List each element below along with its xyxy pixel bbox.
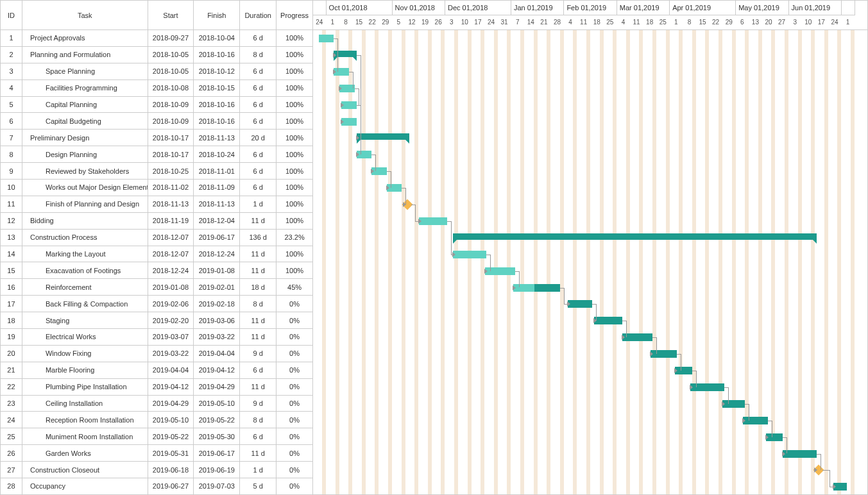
cell-start: 2019-04-12 xyxy=(148,379,194,395)
task-bar[interactable] xyxy=(568,300,592,308)
task-bar[interactable] xyxy=(690,383,724,391)
cell-progress: 0% xyxy=(277,396,312,412)
day-label: 7 xyxy=(511,15,525,30)
table-row[interactable]: 4Facilities Programming2018-10-082018-10… xyxy=(1,80,312,97)
day-label: 29 xyxy=(722,15,736,30)
cell-progress: 23.2% xyxy=(277,230,312,246)
cell-id: 14 xyxy=(1,246,22,262)
task-bar[interactable] xyxy=(341,101,357,109)
chart-body[interactable] xyxy=(313,30,867,494)
table-row[interactable]: 19Electrical Works2019-03-072019-03-2211… xyxy=(1,329,312,346)
cell-finish: 2018-11-13 xyxy=(194,130,240,146)
table-row[interactable]: 16Reinforcement2019-01-082019-02-0118 d4… xyxy=(1,279,312,296)
table-row[interactable]: 3Space Planning2018-10-052018-10-126 d10… xyxy=(1,63,312,80)
gantt-row xyxy=(313,230,867,246)
table-row[interactable]: 15Exacavation of Footings2018-12-242019-… xyxy=(1,262,312,279)
cell-progress: 0% xyxy=(277,346,312,362)
table-row[interactable]: 7Preliminary Design2018-10-172018-11-132… xyxy=(1,130,312,146)
table-row[interactable]: 6Capital Budgeting2018-10-092018-10-166 … xyxy=(1,113,312,130)
cell-progress: 100% xyxy=(277,63,312,80)
cell-duration: 11 d xyxy=(240,262,277,278)
task-bar[interactable] xyxy=(341,118,357,126)
table-row[interactable]: 21Marble Flooring2019-04-042019-04-126 d… xyxy=(1,362,312,379)
cell-duration: 6 d xyxy=(240,80,277,96)
cell-finish: 2018-11-09 xyxy=(194,180,240,196)
table-row[interactable]: 1Project Approvals2018-09-272018-10-046 … xyxy=(1,30,312,47)
table-row[interactable]: 20Window Fixing2019-03-222019-04-049 d0% xyxy=(1,346,312,362)
task-bar[interactable] xyxy=(594,317,622,324)
table-row[interactable]: 8Design Planning2018-10-172018-10-246 d1… xyxy=(1,146,312,163)
table-row[interactable]: 17Back Filling & Compaction2019-02-06201… xyxy=(1,296,312,312)
table-row[interactable]: 13Construction Process2018-12-072019-06-… xyxy=(1,230,312,246)
cell-progress: 45% xyxy=(277,279,312,295)
gantt-row xyxy=(313,113,867,130)
task-bar[interactable] xyxy=(833,483,847,491)
summary-bar[interactable] xyxy=(453,233,817,240)
table-row[interactable]: 14Marking the Layout2018-12-072018-12-24… xyxy=(1,246,312,263)
table-row[interactable]: 18Staging2019-02-202019-03-0611 d0% xyxy=(1,312,312,329)
cell-duration: 6 d xyxy=(240,97,277,113)
task-bar[interactable] xyxy=(722,400,745,408)
milestone-marker[interactable] xyxy=(813,465,824,476)
col-duration[interactable]: Duration xyxy=(240,1,277,29)
task-bar[interactable] xyxy=(371,167,387,175)
task-bar[interactable] xyxy=(651,350,677,358)
task-bar[interactable] xyxy=(513,284,561,292)
milestone-marker[interactable] xyxy=(402,199,413,210)
task-bar[interactable] xyxy=(675,367,692,374)
task-bar[interactable] xyxy=(357,151,372,158)
table-row[interactable]: 9Reviewed by Stakeholders2018-10-252018-… xyxy=(1,163,312,180)
day-label: 18 xyxy=(643,15,657,30)
summary-bar[interactable] xyxy=(357,133,409,140)
task-bar[interactable] xyxy=(485,267,515,275)
cell-duration: 6 d xyxy=(240,180,277,196)
cell-start: 2018-10-08 xyxy=(148,80,194,96)
table-row[interactable]: 22Plumbing Pipe Installation2019-04-1220… xyxy=(1,379,312,396)
cell-task: Project Approvals xyxy=(22,30,148,46)
table-row[interactable]: 2Planning and Formulation2018-10-052018-… xyxy=(1,47,312,63)
task-bar[interactable] xyxy=(319,35,334,42)
table-row[interactable]: 12Bidding2018-11-192018-12-0411 d100% xyxy=(1,213,312,230)
month-label: Dec 01,2018 xyxy=(445,1,511,15)
task-bar[interactable] xyxy=(743,417,767,424)
gantt-row xyxy=(313,379,867,396)
cell-duration: 6 d xyxy=(240,428,277,444)
table-row[interactable]: 11Finish of Planning and Design2018-11-1… xyxy=(1,196,312,213)
table-row[interactable]: 27Construction Closeout2019-06-182019-06… xyxy=(1,462,312,478)
cell-task: Reception Room Installation xyxy=(22,412,148,428)
cell-id: 17 xyxy=(1,296,22,312)
col-finish[interactable]: Finish xyxy=(194,1,240,29)
task-bar[interactable] xyxy=(419,217,447,225)
col-id[interactable]: ID xyxy=(1,1,22,29)
table-row[interactable]: 5Capital Planning2018-10-092018-10-166 d… xyxy=(1,97,312,113)
gantt-row xyxy=(313,80,867,97)
day-label: 4 xyxy=(617,15,631,30)
task-bar[interactable] xyxy=(453,251,487,258)
cell-progress: 0% xyxy=(277,462,312,478)
table-row[interactable]: 10Works out Major Design Elements2018-11… xyxy=(1,180,312,196)
cell-duration: 11 d xyxy=(240,379,277,395)
cell-finish: 2019-06-19 xyxy=(194,462,240,478)
table-row[interactable]: 26Garden Works2019-05-312019-06-1711 d0% xyxy=(1,445,312,462)
task-bar[interactable] xyxy=(334,68,349,76)
table-row[interactable]: 23Ceiling Installation2019-04-292019-05-… xyxy=(1,396,312,412)
task-bar[interactable] xyxy=(783,450,817,458)
col-task[interactable]: Task xyxy=(22,1,148,29)
summary-bar[interactable] xyxy=(334,51,356,57)
cell-duration: 6 d xyxy=(240,113,277,129)
task-bar[interactable] xyxy=(339,85,355,92)
gantt-row xyxy=(313,280,867,296)
task-bar[interactable] xyxy=(622,333,652,341)
task-bar[interactable] xyxy=(387,184,402,192)
cell-finish: 2019-04-12 xyxy=(194,362,240,378)
col-progress[interactable]: Progress xyxy=(277,1,312,29)
table-row[interactable]: 24Reception Room Installation2019-05-102… xyxy=(1,412,312,428)
gantt-row xyxy=(313,412,867,429)
cell-task: Works out Major Design Elements xyxy=(22,180,148,196)
table-row[interactable]: 25Muniment Room Installation2019-05-2220… xyxy=(1,428,312,445)
table-row[interactable]: 28Occupancy2019-06-272019-07-035 d0% xyxy=(1,478,312,494)
task-bar[interactable] xyxy=(766,433,783,441)
cell-start: 2019-05-31 xyxy=(148,445,194,461)
month-label xyxy=(313,1,327,15)
col-start[interactable]: Start xyxy=(148,1,194,29)
